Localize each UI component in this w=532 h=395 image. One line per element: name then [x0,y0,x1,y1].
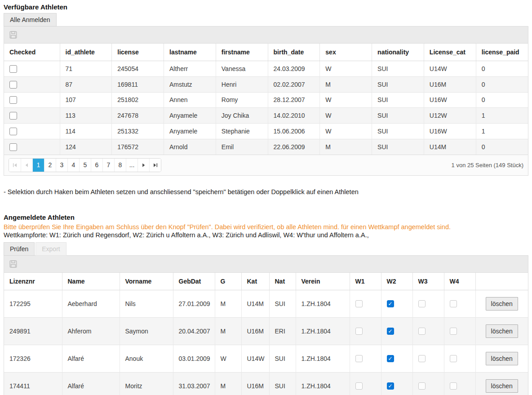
available-header-row: Checkedid_athletelicenselastnamefirstnam… [4,44,528,61]
pager-page-5[interactable]: 5 [79,159,91,172]
save-icon[interactable] [9,31,17,39]
w3-checkbox[interactable] [418,300,426,307]
column-header-kat[interactable]: Kat [241,273,269,290]
cell-license: 176572 [112,139,164,154]
column-header-checked[interactable]: Checked [4,44,60,61]
column-header-nat[interactable]: Nat [269,273,296,290]
row-checkbox[interactable] [9,65,17,73]
athlete-row[interactable]: 107251802AnnenRomy28.12.2007WSUIU16W0 [4,92,528,108]
column-header-firstname[interactable]: firstname [216,44,268,61]
column-header-vorname[interactable]: Vorname [120,273,173,290]
cell-id_athlete: 114 [60,124,112,139]
column-header-lizenznr[interactable]: Lizenznr [4,273,62,290]
row-checkbox[interactable] [9,96,17,104]
cell-sex: W [320,108,372,124]
row-checkbox[interactable] [9,112,17,120]
pager-page-1[interactable]: 1 [32,159,44,172]
cell-kat: U14W [241,345,269,372]
pager-page-8[interactable]: 8 [114,159,126,172]
column-header-verein[interactable]: Verein [296,273,350,290]
athlete-row[interactable]: 114251332AnyameleStephanie15.06.2006WSUI… [4,124,528,139]
enroll-all-button[interactable]: Alle Anmelden [4,13,57,27]
column-header-license_cat[interactable]: License_cat [424,44,476,61]
registered-athlete-row[interactable]: 249891AhferomSaymon20.04.2007MU16MERI1.Z… [4,317,528,345]
pager-more-button[interactable]: ... [126,159,137,172]
save-icon[interactable] [9,260,17,268]
column-header-lastname[interactable]: lastname [164,44,216,61]
column-header-g[interactable]: G [215,273,241,290]
check-button[interactable]: Prüfen [4,242,35,256]
w4-checkbox[interactable] [450,300,457,307]
w2-checkbox[interactable]: ✓ [387,328,394,335]
column-header-empty[interactable] [475,273,528,290]
registered-athlete-row[interactable]: 174411AlfaréMoritz31.03.2007MU16MSUI1.ZH… [4,372,528,395]
column-header-w2[interactable]: W2 [381,273,412,290]
row-checkbox[interactable] [9,128,17,135]
cell-nationality: SUI [372,92,424,108]
w3-checkbox[interactable] [418,355,426,362]
column-header-license_paid[interactable]: license_paid [476,44,528,61]
delete-button[interactable]: löschen [486,352,518,365]
pager-last-button[interactable] [149,159,161,172]
cell-gebdat: 03.01.2009 [173,345,215,372]
pager-page-6[interactable]: 6 [91,159,102,172]
w4-checkbox[interactable] [450,382,457,390]
w4-checkbox[interactable] [450,355,457,362]
column-header-nationality[interactable]: nationality [372,44,424,61]
export-button[interactable]: Export [35,242,66,256]
row-checkbox[interactable] [9,81,17,89]
delete-cell: löschen [475,317,528,345]
pager-page-3[interactable]: 3 [56,159,67,172]
column-header-w1[interactable]: W1 [350,273,381,290]
column-header-name[interactable]: Name [62,273,120,290]
athlete-row[interactable]: 71245054AltherrVanessa24.03.2009WSUIU14W… [4,61,528,77]
cell-verein: 1.ZH.1804 [296,345,350,372]
cell-license: 169811 [112,76,164,92]
w3-checkbox[interactable] [418,382,426,390]
column-header-license[interactable]: license [112,44,164,61]
w2-checkbox[interactable]: ✓ [387,355,394,362]
available-pager: 12345678... [9,158,161,172]
pager-first-button[interactable] [9,159,21,172]
column-header-id_athlete[interactable]: id_athlete [60,44,112,61]
cell-gebdat: 20.04.2007 [173,317,215,345]
cell-verein: 1.ZH.1804 [296,317,350,345]
w3-checkbox[interactable] [418,328,426,335]
pager-next-button[interactable] [137,159,149,172]
pager-prev-button[interactable] [21,159,32,172]
registered-athlete-row[interactable]: 172326AlfaréAnouk03.01.2009WU14WSUI1.ZH.… [4,345,528,372]
column-header-w3[interactable]: W3 [412,273,444,290]
delete-button[interactable]: löschen [486,297,518,311]
cell-g: M [215,372,241,395]
w1-checkbox[interactable] [355,300,363,307]
row-checkbox[interactable] [9,143,17,151]
cell-lizenznr: 174411 [4,372,62,395]
cell-w3 [412,372,444,395]
athlete-row[interactable]: 124176572ArnoldEmil22.06.2009MSUIU14M0 [4,139,528,154]
registered-athlete-row[interactable]: 172295AeberhardNils27.01.2009MU14MSUI1.Z… [4,290,528,317]
cell-gebdat: 31.03.2007 [173,372,215,395]
w2-checkbox[interactable]: ✓ [387,382,394,390]
delete-button[interactable]: löschen [486,324,518,338]
w4-checkbox[interactable] [450,328,457,335]
athlete-row[interactable]: 113247678AnyameleJoy Chika14.02.2010WSUI… [4,108,528,124]
athlete-row[interactable]: 87169811AmstutzHenri02.02.2007MSUIU16M0 [4,76,528,92]
checked-cell [4,76,60,92]
column-header-birth_date[interactable]: birth_date [268,44,320,61]
w2-checkbox[interactable]: ✓ [387,300,394,307]
w1-checkbox[interactable] [355,328,363,335]
cell-license_paid: 0 [476,61,528,77]
column-header-sex[interactable]: sex [320,44,372,61]
column-header-gebdat[interactable]: GebDat [173,273,215,290]
w1-checkbox[interactable] [355,355,363,362]
cell-w1 [350,317,381,345]
pager-page-4[interactable]: 4 [67,159,79,172]
cell-license_cat: U16W [424,92,476,108]
pager-page-7[interactable]: 7 [102,159,114,172]
w1-checkbox[interactable] [355,382,363,390]
delete-button[interactable]: löschen [486,379,518,393]
cell-license_cat: U12W [424,108,476,124]
column-header-w4[interactable]: W4 [444,273,475,290]
cell-w1 [350,372,381,395]
pager-page-2[interactable]: 2 [44,159,56,172]
